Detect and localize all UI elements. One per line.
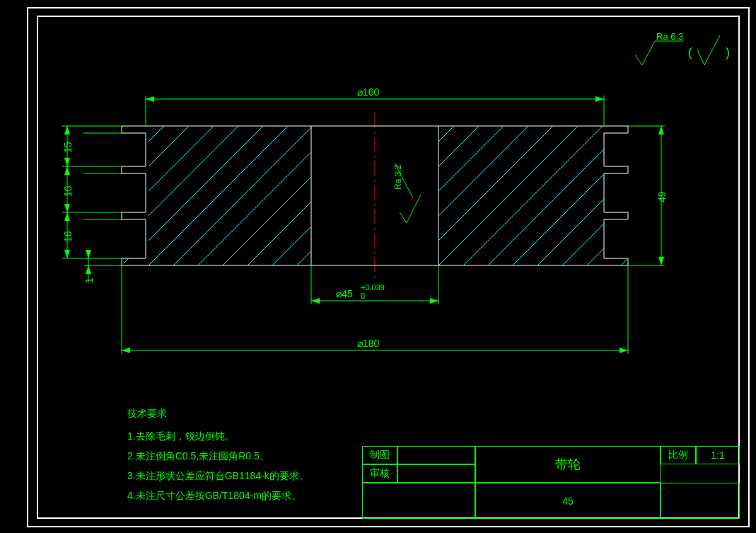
title-block: 制图 审核 带轮 45 比例 1:1 bbox=[362, 446, 740, 519]
dim-d180: ⌀180 bbox=[357, 338, 379, 349]
dim-d45-tol-upper: +0.039 bbox=[361, 283, 385, 292]
dim-v16b: 16 bbox=[62, 231, 74, 242]
dim-v15: 15 bbox=[62, 142, 74, 153]
tb-part-name: 带轮 bbox=[475, 446, 661, 483]
tech-req-title: 技术要求 bbox=[127, 403, 309, 423]
dim-d45-tol-lower: 0 bbox=[361, 292, 365, 300]
tb-material: 45 bbox=[475, 483, 661, 519]
dim-d45: ⌀45 bbox=[336, 288, 353, 299]
tech-req-item: 3.未注形状公差应符合GB1184-k的要求。 bbox=[127, 466, 309, 486]
tech-req-item: 2.未注倒角C0.5,未注圆角R0.5。 bbox=[127, 446, 309, 466]
tb-drawn-by-label: 制图 bbox=[362, 446, 397, 464]
tb-drawn-by-value bbox=[397, 446, 475, 464]
surface-finish-symbol: Ra 6.3 ( ) bbox=[635, 35, 734, 76]
paren-open: ( bbox=[688, 45, 692, 59]
dim-v16a: 16 bbox=[62, 185, 74, 197]
paren-close: ) bbox=[726, 45, 730, 59]
dim-ra32: Ra 3.2 bbox=[393, 165, 403, 190]
tech-req-item: 4.未注尺寸公差按GB/T1804-m的要求。 bbox=[127, 486, 309, 505]
dim-d160: ⌀160 bbox=[357, 86, 379, 98]
tb-checked-by-value bbox=[397, 464, 475, 483]
tb-blank-scale2 bbox=[661, 446, 740, 464]
tech-req-item: 1.去除毛刺，锐边倒钝。 bbox=[127, 426, 309, 446]
dim-h49: 49 bbox=[656, 191, 668, 202]
surface-finish-ra63-text: Ra 6.3 bbox=[656, 31, 683, 42]
dim-v1: 1 bbox=[83, 277, 95, 283]
tb-blank-right bbox=[661, 483, 740, 519]
tb-blank-cell bbox=[362, 483, 475, 519]
technical-requirements: 技术要求 1.去除毛刺，锐边倒钝。 2.未注倒角C0.5,未注圆角R0.5。 3… bbox=[127, 403, 309, 505]
tb-checked-by-label: 审核 bbox=[362, 464, 397, 483]
